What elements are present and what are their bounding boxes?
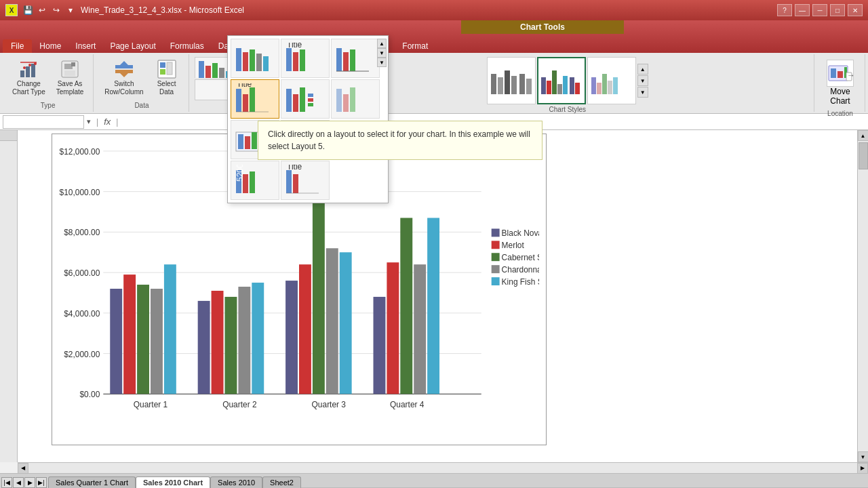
svg-rect-83 [252,283,264,394]
chart-style-2-selected[interactable] [537,57,586,104]
svg-text:$6,000.00: $6,000.00 [64,268,100,278]
svg-rect-1 [26,66,30,77]
first-sheet-btn[interactable]: |◀ [1,477,12,488]
sheet-tab-sheet2[interactable]: Sheet2 [262,476,301,488]
dropdown-scroll-up[interactable]: ▲ [377,39,387,48]
formula-divider: | [96,117,98,127]
undo-btn[interactable]: ↩ [36,4,48,16]
chart-style-1[interactable] [487,57,536,104]
name-box[interactable] [3,115,84,129]
sheet-tab-sales-2010[interactable]: Sales 2010 [210,476,262,488]
svg-text:Merlot: Merlot [502,241,525,250]
svg-point-3 [23,66,26,69]
svg-rect-113 [286,48,292,71]
svg-rect-108 [236,48,241,71]
svg-text:Title: Title [287,165,302,171]
svg-rect-147 [286,170,292,193]
row-sidebar [0,130,18,462]
help-btn[interactable]: ? [777,4,792,16]
ribbon-toggle[interactable]: — [795,4,810,16]
dropdown-scroll-down[interactable]: ▼ [377,48,387,58]
svg-rect-100 [492,241,500,249]
vertical-scrollbar[interactable]: ▲ ▼ [857,130,868,462]
svg-rect-0 [20,70,24,77]
tab-format[interactable]: Format [395,39,435,53]
svg-text:Black Nova: Black Nova [502,228,539,238]
styles-scroll-down[interactable]: ▼ [637,75,648,86]
chart-layout-dropdown: Title Title [227,35,389,203]
switch-row-column-btn[interactable]: SwitchRow/Column [100,57,147,98]
svg-rect-78 [164,264,176,394]
dropdown-layout-10[interactable]: 5200 [231,161,279,200]
svg-rect-90 [387,262,399,394]
svg-rect-79 [198,301,210,394]
svg-text:$8,000.00: $8,000.00 [64,228,100,237]
svg-rect-37 [498,77,503,94]
dropdown-layout-2[interactable]: Title [281,39,330,78]
quick-access-dropdown[interactable]: ▾ [64,4,77,16]
prev-sheet-btn[interactable]: ◀ [13,477,24,488]
scroll-up-arrow[interactable]: ▲ [858,130,869,141]
tab-home[interactable]: Home [33,39,68,53]
svg-point-5 [34,62,37,65]
scroll-right-arrow[interactable]: ▶ [857,463,868,474]
scroll-left-arrow[interactable]: ◀ [18,463,28,474]
tooltip-text: Click directly on a layout to select it … [268,129,530,151]
spreadsheet[interactable]: $12,000.00 $10,000.00 $8,000.00 $6,000.0… [18,130,857,462]
save-template-icon [59,58,81,80]
close-btn[interactable]: ✕ [848,4,863,16]
chart-style-3[interactable] [587,57,636,104]
styles-scroll-up[interactable]: ▲ [637,64,648,75]
svg-rect-2 [31,64,35,77]
maximize-btn[interactable]: □ [830,4,845,16]
dropdown-scroll-more[interactable]: ▼ [377,58,387,67]
styles-more[interactable]: ▼ [637,87,648,98]
sheet-tab-sales-2010-chart[interactable]: Sales 2010 Chart [136,476,210,488]
svg-rect-87 [326,248,338,394]
dropdown-layout-12-empty [331,161,372,192]
dropdown-layout-6[interactable] [331,79,380,119]
ribbon-tabs: File Home Insert Page Layout Formulas Da… [0,39,868,53]
svg-rect-91 [400,218,412,394]
svg-text:$12,000.00: $12,000.00 [60,147,100,157]
change-chart-type-btn[interactable]: ChangeChart Type [8,57,50,98]
formula-divider2: | [116,117,118,127]
expand-name-box-btn[interactable]: ▾ [87,117,91,126]
tab-formulas[interactable]: Formulas [163,39,211,53]
svg-rect-117 [336,48,342,71]
fx-label: fx [104,117,111,127]
svg-text:Title: Title [237,83,252,89]
move-chart-btn[interactable]: → MoveChart [821,57,859,108]
svg-rect-17 [167,62,172,75]
svg-rect-134 [350,87,355,112]
scroll-thumb[interactable] [859,142,868,169]
svg-rect-45 [557,84,562,94]
svg-rect-39 [511,76,517,94]
save-as-template-btn[interactable]: Save AsTemplate [52,57,88,98]
sheet-tab-sales-q1[interactable]: Sales Quarter 1 Chart [48,476,136,488]
dropdown-layout-3[interactable] [331,39,380,78]
next-sheet-btn[interactable]: ▶ [24,477,35,488]
dropdown-layout-1[interactable] [231,39,279,78]
chart-styles-container: ▲ ▼ ▼ [487,57,648,104]
tab-insert[interactable]: Insert [68,39,102,53]
window-title: Wine_Trade_3_12_4_3.xlsx - Microsoft Exc… [81,5,244,15]
move-chart-label: MoveChart [830,87,850,106]
minimize-btn[interactable]: ─ [812,4,827,16]
svg-rect-15 [160,62,165,68]
dropdown-layout-4[interactable]: Title [231,79,279,119]
save-quick-btn[interactable]: 💾 [22,4,34,16]
svg-text:Chardonnay: Chardonnay [502,265,539,274]
scroll-down-arrow[interactable]: ▼ [858,451,869,462]
last-sheet-btn[interactable]: ▶| [36,477,47,488]
change-chart-type-label: ChangeChart Type [12,80,45,96]
redo-btn[interactable]: ↪ [50,4,62,16]
select-data-btn[interactable]: SelectData [151,57,183,98]
tab-file[interactable]: File [3,39,32,53]
svg-rect-80 [212,291,224,394]
dropdown-layout-5[interactable] [281,79,330,119]
tab-page-layout[interactable]: Page Layout [103,39,162,53]
dropdown-layout-11[interactable]: Title [281,161,330,200]
select-data-icon [156,58,178,80]
svg-rect-41 [526,79,532,94]
